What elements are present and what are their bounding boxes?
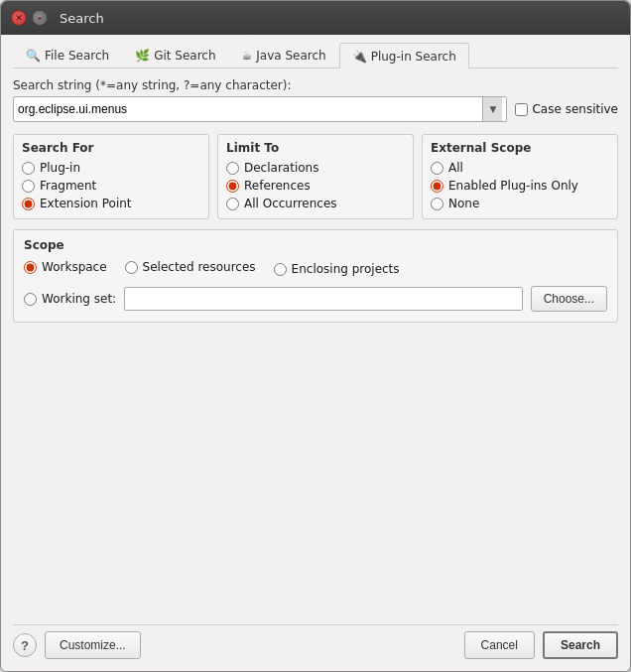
case-sensitive-label[interactable]: Case sensitive xyxy=(532,102,618,116)
git-search-icon: 🌿 xyxy=(135,49,150,63)
working-set-input[interactable] xyxy=(124,287,522,311)
scope-working-row: Working set: Choose... xyxy=(24,286,607,312)
limit-to-declarations-label[interactable]: Declarations xyxy=(244,161,318,175)
external-scope-all-option[interactable]: All xyxy=(431,161,609,175)
limit-to-declarations-radio[interactable] xyxy=(226,162,239,175)
search-string-label: Search string (*=any string, ?=any chara… xyxy=(13,78,618,92)
scope-enclosing-option[interactable]: Enclosing projects xyxy=(274,262,400,276)
search-for-fragment-radio[interactable] xyxy=(22,180,35,193)
tab-git-search-label: Git Search xyxy=(154,49,215,63)
external-scope-none-radio[interactable] xyxy=(431,198,443,210)
limit-to-all-option[interactable]: All Occurrences xyxy=(226,197,405,210)
external-scope-all-label[interactable]: All xyxy=(448,161,463,175)
tab-plugin-search[interactable]: 🔌 Plug-in Search xyxy=(339,43,469,68)
scope-selected-option[interactable]: Selected resources xyxy=(125,260,256,274)
help-button[interactable]: ? xyxy=(13,633,37,657)
choose-button[interactable]: Choose... xyxy=(531,286,607,312)
limit-to-references-radio[interactable] xyxy=(226,180,239,193)
external-scope-enabled-option[interactable]: Enabled Plug-ins Only xyxy=(431,179,609,193)
groups-row: Search For Plug-in Fragment Extension Po… xyxy=(13,134,618,219)
scope-radios-row: Workspace Selected resources Enclosing p… xyxy=(24,260,607,278)
case-sensitive-checkbox[interactable] xyxy=(515,103,528,116)
tab-git-search[interactable]: 🌿 Git Search xyxy=(122,43,228,67)
tab-java-search[interactable]: ☕ Java Search xyxy=(229,43,339,67)
external-scope-legend: External Scope xyxy=(431,141,609,155)
minimize-button[interactable]: – xyxy=(32,10,48,26)
scope-selected-radio[interactable] xyxy=(125,261,138,274)
customize-button[interactable]: Customize... xyxy=(45,631,141,659)
limit-to-group: Limit To Declarations References All Occ… xyxy=(217,134,414,219)
search-for-plugin-option[interactable]: Plug-in xyxy=(22,161,200,175)
plugin-search-icon: 🔌 xyxy=(352,50,367,64)
search-for-extension-radio[interactable] xyxy=(22,198,35,210)
external-scope-group: External Scope All Enabled Plug-ins Only… xyxy=(422,134,618,219)
search-for-extension-option[interactable]: Extension Point xyxy=(22,197,200,210)
external-scope-none-label[interactable]: None xyxy=(448,197,479,210)
scope-enclosing-label[interactable]: Enclosing projects xyxy=(292,262,400,276)
scope-group: Scope Workspace Selected resources Enclo… xyxy=(13,229,618,323)
search-for-legend: Search For xyxy=(22,141,200,155)
limit-to-all-radio[interactable] xyxy=(226,198,239,210)
search-for-plugin-radio[interactable] xyxy=(22,162,35,175)
bottom-bar: ? Customize... Cancel Search xyxy=(13,624,618,661)
titlebar: ✕ – Search xyxy=(1,1,630,35)
scope-workspace-radio[interactable] xyxy=(24,261,37,274)
tab-file-search[interactable]: 🔍 File Search xyxy=(13,43,122,67)
limit-to-declarations-option[interactable]: Declarations xyxy=(226,161,405,175)
search-dialog: ✕ – Search 🔍 File Search 🌿 Git Search ☕ … xyxy=(0,0,631,672)
scope-workspace-option[interactable]: Workspace xyxy=(24,260,107,274)
scope-working-set-radio[interactable] xyxy=(24,293,37,306)
scope-legend: Scope xyxy=(24,238,607,252)
search-combo[interactable]: ▼ xyxy=(13,96,507,122)
scope-working-set-label[interactable]: Working set: xyxy=(42,292,116,306)
window-content: 🔍 File Search 🌿 Git Search ☕ Java Search… xyxy=(1,35,630,671)
case-sensitive-row: Case sensitive xyxy=(515,102,618,116)
search-for-fragment-option[interactable]: Fragment xyxy=(22,179,200,193)
external-scope-enabled-radio[interactable] xyxy=(431,180,443,193)
java-search-icon: ☕ xyxy=(242,49,253,63)
limit-to-references-label[interactable]: References xyxy=(244,179,311,193)
window-title: Search xyxy=(60,11,104,26)
scope-enclosing-radio[interactable] xyxy=(274,263,287,276)
search-for-plugin-label[interactable]: Plug-in xyxy=(40,161,80,175)
search-input-row: ▼ Case sensitive xyxy=(13,96,618,122)
search-for-extension-label[interactable]: Extension Point xyxy=(40,197,132,210)
file-search-icon: 🔍 xyxy=(26,49,41,63)
limit-to-legend: Limit To xyxy=(226,141,405,155)
limit-to-all-label[interactable]: All Occurrences xyxy=(244,197,337,210)
close-icon: ✕ xyxy=(15,13,23,23)
search-for-group: Search For Plug-in Fragment Extension Po… xyxy=(13,134,209,219)
search-input[interactable] xyxy=(18,102,482,116)
tab-plugin-search-label: Plug-in Search xyxy=(371,50,456,64)
close-button[interactable]: ✕ xyxy=(11,10,27,26)
minimize-icon: – xyxy=(38,13,43,23)
search-for-fragment-label[interactable]: Fragment xyxy=(40,179,96,193)
search-button[interactable]: Search xyxy=(543,631,618,659)
limit-to-references-option[interactable]: References xyxy=(226,179,405,193)
tab-bar: 🔍 File Search 🌿 Git Search ☕ Java Search… xyxy=(13,43,618,68)
scope-working-set-option[interactable]: Working set: xyxy=(24,292,116,306)
tab-file-search-label: File Search xyxy=(45,49,109,63)
scope-workspace-label[interactable]: Workspace xyxy=(42,260,107,274)
external-scope-all-radio[interactable] xyxy=(431,162,443,175)
cancel-button[interactable]: Cancel xyxy=(464,631,535,659)
external-scope-enabled-label[interactable]: Enabled Plug-ins Only xyxy=(448,179,578,193)
scope-selected-label[interactable]: Selected resources xyxy=(143,260,256,274)
external-scope-none-option[interactable]: None xyxy=(431,197,609,210)
tab-java-search-label: Java Search xyxy=(256,49,325,63)
titlebar-buttons: ✕ – xyxy=(11,10,48,26)
spacer xyxy=(13,333,618,624)
search-combo-dropdown-arrow[interactable]: ▼ xyxy=(482,97,502,121)
bottom-bar-right: Cancel Search xyxy=(464,631,618,659)
